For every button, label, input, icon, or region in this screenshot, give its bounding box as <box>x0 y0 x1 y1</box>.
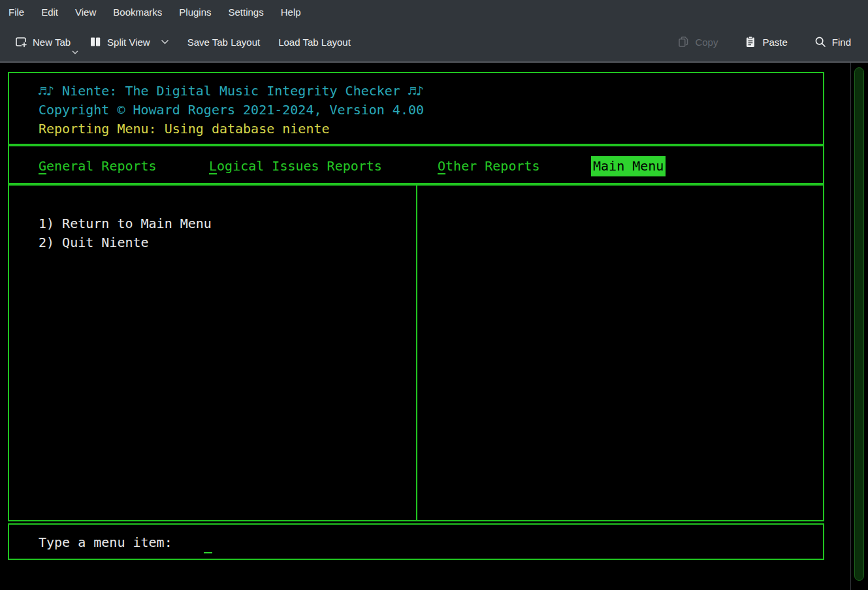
menu-help[interactable]: Help <box>272 0 310 25</box>
tab-label: ain Menu <box>601 158 664 174</box>
new-tab-icon <box>14 35 27 48</box>
prompt-label: Type a menu item: <box>39 533 172 552</box>
split-view-label: Split View <box>107 37 150 48</box>
menu-bookmarks[interactable]: Bookmarks <box>104 0 170 25</box>
save-tab-layout-label: Save Tab Layout <box>187 37 260 48</box>
load-tab-layout-label: Load Tab Layout <box>278 37 351 48</box>
menu-settings[interactable]: Settings <box>220 0 272 25</box>
new-tab-button[interactable]: New Tab <box>9 30 76 54</box>
tab-label: eneral Reports <box>46 158 157 174</box>
tab-general-reports[interactable]: General Reports <box>39 157 157 176</box>
tab-hotkey: M <box>593 158 601 174</box>
tab-label: ther Reports <box>445 158 540 174</box>
report-tab-bar: General Reports Logical Issues Reports O… <box>8 145 824 184</box>
app-copyright: Copyright © Howard Rogers 2021-2024, Ver… <box>39 101 823 120</box>
scrollbar-track-edge <box>850 63 851 590</box>
konsole-window: File Edit View Bookmarks Plugins Setting… <box>0 0 868 590</box>
paste-button[interactable]: Paste <box>739 30 792 54</box>
paste-icon <box>744 35 757 48</box>
menu-plugins[interactable]: Plugins <box>170 0 219 25</box>
copy-icon <box>677 35 690 48</box>
panel-divider <box>416 186 417 520</box>
tab-hotkey: L <box>209 158 217 174</box>
tab-other-reports[interactable]: Other Reports <box>438 157 540 176</box>
terminal-cursor[interactable] <box>204 552 212 553</box>
split-view-button[interactable]: Split View <box>84 30 174 54</box>
copy-label: Copy <box>695 37 718 48</box>
scrollbar-thumb[interactable] <box>854 67 864 581</box>
menu-file[interactable]: File <box>0 0 33 25</box>
menu-item-return-to-main-menu[interactable]: 1) Return to Main Menu <box>39 214 823 233</box>
prompt-box: Type a menu item: <box>8 523 824 560</box>
save-tab-layout-button[interactable]: Save Tab Layout <box>182 31 265 53</box>
split-view-chevron-down-icon[interactable] <box>161 39 169 44</box>
menu-view[interactable]: View <box>67 0 104 25</box>
terminal-view: ♬♪ Niente: The Digital Music Integrity C… <box>0 63 868 590</box>
tab-label: ogical Issues Reports <box>217 158 382 174</box>
tab-hotkey: G <box>39 158 46 174</box>
copy-button[interactable]: Copy <box>671 30 723 54</box>
tab-logical-issues-reports[interactable]: Logical Issues Reports <box>209 157 382 176</box>
app-title: ♬♪ Niente: The Digital Music Integrity C… <box>39 82 823 101</box>
load-tab-layout-button[interactable]: Load Tab Layout <box>273 31 356 53</box>
app-header-box: ♬♪ Niente: The Digital Music Integrity C… <box>8 72 824 145</box>
paste-label: Paste <box>762 37 787 48</box>
tab-hotkey: O <box>438 158 445 174</box>
menu-item-quit-niente[interactable]: 2) Quit Niente <box>39 233 823 252</box>
menu-edit[interactable]: Edit <box>33 0 67 25</box>
new-tab-chevron-down-icon[interactable] <box>72 50 78 54</box>
find-icon <box>814 35 827 48</box>
menubar: File Edit View Bookmarks Plugins Setting… <box>0 0 868 25</box>
tab-main-menu[interactable]: Main Menu <box>591 156 666 176</box>
app-status: Reporting Menu: Using database niente <box>39 120 823 139</box>
split-view-icon <box>89 35 102 48</box>
find-button[interactable]: Find <box>809 30 856 54</box>
toolbar: New Tab Split View <box>0 25 868 63</box>
new-tab-label: New Tab <box>33 37 71 48</box>
find-label: Find <box>832 37 851 48</box>
